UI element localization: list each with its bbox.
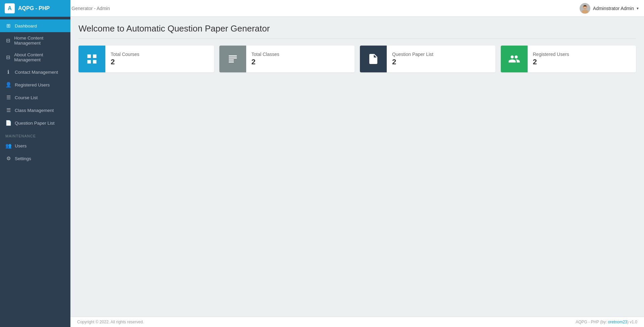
sidebar-brand[interactable]: A AQPG - PHP	[0, 0, 70, 17]
question-paper-icon: 📄	[5, 120, 11, 126]
card-value: 2	[533, 58, 569, 66]
stats-cards-row: Total Courses 2 Total Classes 2	[78, 46, 636, 72]
course-list-icon: ☰	[5, 94, 11, 101]
sidebar-item-dashboard[interactable]: ⊞ Dashboard	[0, 19, 70, 32]
user-menu-caret: ▾	[637, 6, 639, 11]
sidebar-item-course-list[interactable]: ☰ Course List	[0, 91, 70, 104]
card-value: 2	[392, 58, 433, 66]
topbar: ☰ Automatic Question Paper Generator - A…	[0, 0, 644, 17]
sidebar-item-users[interactable]: 👥 Users	[0, 139, 70, 152]
sidebar-item-label: Home Content Management	[14, 36, 65, 46]
footer-brand: AQPG - PHP (by: oretnom23) v1.0	[576, 320, 637, 324]
card-body: Total Classes 2	[246, 48, 285, 70]
brand-initials: A	[8, 5, 12, 11]
sidebar-item-settings[interactable]: ⚙ Settings	[0, 152, 70, 165]
card-body: Question Paper List 2	[387, 48, 439, 70]
sidebar-item-question-paper-list[interactable]: 📄 Question Paper List	[0, 117, 70, 129]
page-title: Welcome to Automatic Question Paper Gene…	[78, 23, 636, 39]
total-classes-icon-box	[219, 46, 246, 72]
card-question-paper-list: Question Paper List 2	[360, 46, 495, 72]
courses-icon	[86, 53, 98, 65]
card-registered-users: Registered Users 2	[501, 46, 636, 72]
card-body: Registered Users 2	[528, 48, 575, 70]
sidebar-item-label: About Content Management	[14, 52, 65, 62]
sidebar-item-about-content[interactable]: ⊟ About Content Management	[0, 49, 70, 66]
class-management-icon: ☰	[5, 107, 11, 113]
sidebar-item-label: Registered Users	[15, 82, 50, 87]
users-icon: 👥	[5, 143, 11, 149]
dashboard-icon: ⊞	[5, 23, 11, 29]
card-label: Question Paper List	[392, 52, 433, 57]
card-label: Total Courses	[111, 52, 140, 57]
sidebar-item-label: Settings	[15, 156, 31, 161]
total-courses-icon-box	[78, 46, 105, 72]
sidebar-item-label: Contact Management	[15, 70, 58, 75]
card-total-courses: Total Courses 2	[78, 46, 214, 72]
card-label: Total Classes	[252, 52, 279, 57]
card-value: 2	[111, 58, 140, 66]
brand-name: AQPG - PHP	[18, 5, 50, 11]
brand-icon: A	[5, 3, 15, 13]
sidebar-item-label: Question Paper List	[15, 121, 55, 126]
username-label: Adminstrator Admin	[593, 6, 634, 11]
about-content-icon: ⊟	[5, 54, 11, 60]
sidebar-item-home-content[interactable]: ⊟ Home Content Management	[0, 32, 70, 49]
main-content: Welcome to Automatic Question Paper Gene…	[70, 17, 644, 327]
sidebar-item-contact[interactable]: ℹ Contact Management	[0, 66, 70, 78]
registered-users-icon-box	[501, 46, 528, 72]
card-total-classes: Total Classes 2	[219, 46, 355, 72]
footer-author-link[interactable]: oretnom23	[608, 320, 627, 324]
sidebar: A AQPG - PHP ⊞ Dashboard ⊟ Home Content …	[0, 0, 70, 327]
contact-icon: ℹ	[5, 69, 11, 75]
sidebar-item-class-management[interactable]: ☰ Class Management	[0, 104, 70, 117]
sidebar-item-label: Dashboard	[15, 23, 37, 28]
footer: Copyright © 2022. All rights reserved. A…	[70, 317, 644, 327]
sidebar-item-registered-users[interactable]: 👤 Registered Users	[0, 78, 70, 91]
sidebar-nav: ⊞ Dashboard ⊟ Home Content Management ⊟ …	[0, 17, 70, 327]
question-paper-icon	[367, 53, 379, 65]
sidebar-item-label: Course List	[15, 95, 38, 100]
card-value: 2	[252, 58, 279, 66]
maintenance-label: Maintenance	[0, 131, 70, 139]
avatar	[580, 3, 590, 14]
card-body: Total Courses 2	[105, 48, 145, 70]
svg-point-1	[582, 9, 588, 13]
sidebar-item-label: Users	[15, 143, 26, 148]
registered-users-icon	[508, 53, 520, 65]
sidebar-item-label: Class Management	[15, 108, 54, 113]
registered-users-icon: 👤	[5, 82, 11, 88]
classes-icon	[227, 53, 239, 65]
home-content-icon: ⊟	[5, 38, 11, 44]
question-paper-icon-box	[360, 46, 387, 72]
card-label: Registered Users	[533, 52, 569, 57]
settings-icon: ⚙	[5, 155, 11, 161]
footer-copyright: Copyright © 2022. All rights reserved.	[77, 320, 144, 324]
user-menu[interactable]: Adminstrator Admin ▾	[580, 3, 639, 14]
